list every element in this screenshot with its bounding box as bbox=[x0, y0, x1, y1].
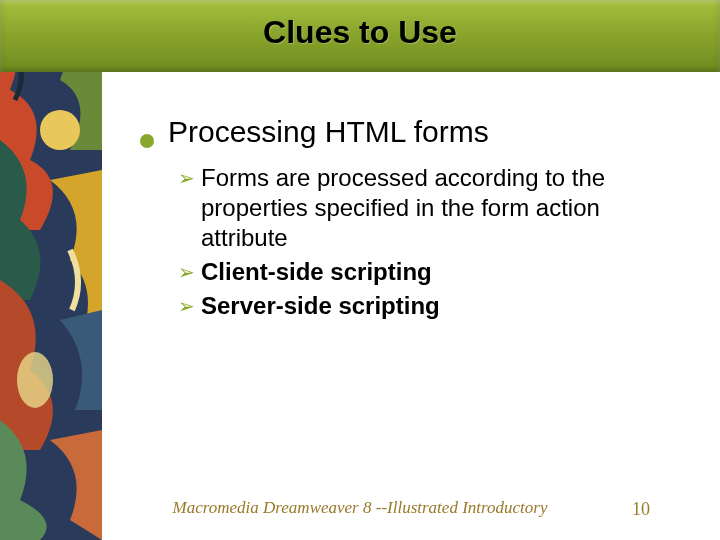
page-number: 10 bbox=[632, 499, 650, 520]
sub-bullet-item: ➢ Client-side scripting bbox=[178, 257, 690, 287]
svg-point-1 bbox=[40, 110, 80, 150]
slide-title: Clues to Use bbox=[0, 14, 720, 51]
content-area: Processing HTML forms ➢ Forms are proces… bbox=[130, 115, 690, 325]
sub-bullet-item: ➢ Server-side scripting bbox=[178, 291, 690, 321]
main-bullet: Processing HTML forms bbox=[140, 115, 690, 149]
svg-point-2 bbox=[17, 352, 53, 408]
main-bullet-text: Processing HTML forms bbox=[168, 115, 489, 149]
arrow-icon: ➢ bbox=[178, 257, 195, 287]
footer-text: Macromedia Dreamweaver 8 --Illustrated I… bbox=[0, 498, 720, 518]
decorative-painting bbox=[0, 0, 102, 540]
bullet-dot-icon bbox=[140, 134, 154, 148]
sub-bullet-item: ➢ Forms are processed according to the p… bbox=[178, 163, 690, 253]
sub-bullet-list: ➢ Forms are processed according to the p… bbox=[178, 163, 690, 321]
sub-bullet-text: Client-side scripting bbox=[201, 257, 432, 287]
sub-bullet-text: Forms are processed according to the pro… bbox=[201, 163, 690, 253]
arrow-icon: ➢ bbox=[178, 163, 195, 193]
arrow-icon: ➢ bbox=[178, 291, 195, 321]
sub-bullet-text: Server-side scripting bbox=[201, 291, 440, 321]
